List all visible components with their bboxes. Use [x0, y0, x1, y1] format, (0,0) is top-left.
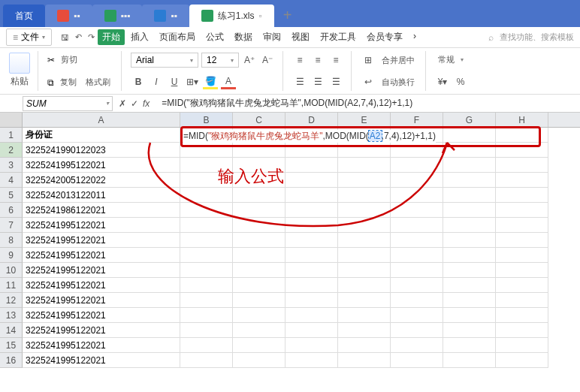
row-header[interactable]: 3 — [0, 158, 23, 173]
tab-new[interactable]: + — [274, 7, 301, 24]
cell[interactable] — [285, 278, 338, 293]
cell[interactable] — [496, 188, 548, 203]
cell-B8[interactable] — [180, 233, 233, 248]
row-header[interactable]: 6 — [0, 203, 23, 218]
cell[interactable] — [443, 188, 496, 203]
cell[interactable] — [233, 293, 285, 308]
ribbon-tab-data[interactable]: 数据 — [230, 29, 257, 45]
ribbon-tab-review[interactable]: 审阅 — [258, 29, 285, 45]
cell-B13[interactable] — [180, 308, 233, 323]
row-header[interactable]: 11 — [0, 278, 23, 293]
font-color-button[interactable]: A — [221, 74, 236, 89]
cell-B2[interactable] — [180, 143, 233, 158]
cell[interactable] — [233, 323, 285, 338]
qat-redo[interactable]: ↷ — [85, 31, 98, 44]
cell[interactable] — [443, 248, 496, 263]
name-box[interactable]: SUM▾ — [23, 96, 113, 111]
cell-A14[interactable]: 3225241995122021 — [23, 323, 180, 338]
cell[interactable] — [285, 143, 338, 158]
cell[interactable] — [496, 203, 548, 218]
cell-B14[interactable] — [180, 323, 233, 338]
cell[interactable] — [391, 143, 443, 158]
cell-B16[interactable] — [180, 353, 233, 368]
cell[interactable] — [496, 248, 548, 263]
cell[interactable] — [233, 278, 285, 293]
cell[interactable] — [443, 173, 496, 188]
cell-B12[interactable] — [180, 293, 233, 308]
cell[interactable] — [496, 338, 548, 353]
cell-A5[interactable]: 3225242013122011 — [23, 188, 180, 203]
cell-B4[interactable] — [180, 173, 233, 188]
col-header-G[interactable]: G — [443, 113, 496, 127]
row-header[interactable]: 14 — [0, 323, 23, 338]
tab-save-icon[interactable]: ▫ — [258, 11, 261, 21]
ribbon-tab-layout[interactable]: 页面布局 — [155, 29, 200, 45]
ribbon-tab-view[interactable]: 视图 — [287, 29, 314, 45]
cell[interactable] — [496, 263, 548, 278]
cell[interactable] — [233, 188, 285, 203]
cell[interactable] — [338, 233, 391, 248]
row-header[interactable]: 12 — [0, 293, 23, 308]
cell[interactable] — [233, 143, 285, 158]
cell[interactable] — [285, 218, 338, 233]
cell[interactable] — [443, 218, 496, 233]
row-header[interactable]: 4 — [0, 173, 23, 188]
search-icon[interactable]: ⌕ — [488, 32, 494, 43]
cell[interactable] — [285, 263, 338, 278]
format-painter-button[interactable]: 格式刷 — [83, 75, 113, 89]
cell[interactable] — [338, 353, 391, 368]
number-format-select[interactable]: 常规 — [435, 53, 458, 67]
italic-button[interactable]: I — [149, 74, 164, 89]
cell[interactable] — [443, 323, 496, 338]
cell[interactable] — [496, 173, 548, 188]
cell-A8[interactable]: 3225241995122021 — [23, 233, 180, 248]
cell[interactable] — [285, 188, 338, 203]
bold-button[interactable]: B — [131, 74, 146, 89]
ribbon-overflow[interactable]: › — [409, 29, 421, 45]
cell[interactable] — [233, 173, 285, 188]
cell-B10[interactable] — [180, 263, 233, 278]
row-header[interactable]: 15 — [0, 338, 23, 353]
col-header-F[interactable]: F — [391, 113, 443, 127]
cell[interactable] — [285, 173, 338, 188]
col-header-D[interactable]: D — [285, 113, 338, 127]
cell[interactable] — [233, 263, 285, 278]
cell[interactable] — [391, 353, 443, 368]
col-header-C[interactable]: C — [233, 113, 285, 127]
formula-bar[interactable]: =MID("猴鸡狗猪鼠牛虎兔龙蛇马羊",MOD(MID(A2,7,4),12)+… — [159, 97, 580, 110]
cell[interactable] — [285, 233, 338, 248]
cell[interactable] — [391, 158, 443, 173]
cell-A10[interactable]: 3225241995122021 — [23, 263, 180, 278]
border-button[interactable]: ⊞▾ — [185, 74, 200, 89]
cell-A12[interactable]: 3225241995122021 — [23, 293, 180, 308]
row-header[interactable]: 5 — [0, 188, 23, 203]
col-header-A[interactable]: A — [23, 113, 180, 127]
cell-B6[interactable] — [180, 203, 233, 218]
cell[interactable] — [233, 233, 285, 248]
dec-font-button[interactable]: A⁻ — [260, 53, 275, 68]
cell[interactable] — [338, 308, 391, 323]
cell-A11[interactable]: 3225241995122021 — [23, 278, 180, 293]
cell[interactable] — [338, 248, 391, 263]
tab-doc-2[interactable]: ▪▪▪ — [92, 5, 143, 27]
cell[interactable] — [285, 248, 338, 263]
cell[interactable] — [391, 293, 443, 308]
align-top-button[interactable]: ≡ — [292, 53, 307, 68]
cell[interactable] — [338, 143, 391, 158]
cell[interactable] — [391, 263, 443, 278]
cell[interactable] — [391, 308, 443, 323]
cell[interactable] — [443, 308, 496, 323]
cell[interactable] — [338, 203, 391, 218]
row-header[interactable]: 9 — [0, 248, 23, 263]
percent-button[interactable]: % — [453, 74, 468, 89]
cell[interactable] — [338, 338, 391, 353]
cell-A16[interactable]: 3225241995122021 — [23, 353, 180, 368]
cell-A3[interactable]: 3225241995122021 — [23, 158, 180, 173]
underline-button[interactable]: U — [167, 74, 182, 89]
cell[interactable] — [443, 158, 496, 173]
tab-active-file[interactable]: 练习1.xls ▫ — [189, 5, 274, 27]
align-left-button[interactable]: ☰ — [292, 74, 307, 89]
cell-A9[interactable]: 3225241995122021 — [23, 248, 180, 263]
cell[interactable] — [233, 338, 285, 353]
row-header[interactable]: 8 — [0, 233, 23, 248]
